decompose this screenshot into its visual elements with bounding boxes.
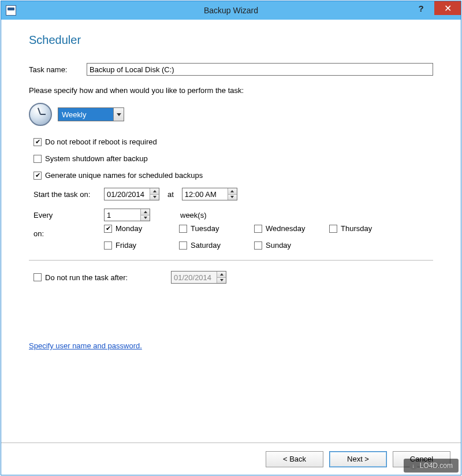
day-tue-label: Tuesday [191,224,219,233]
day-tue-checkbox[interactable] [179,225,187,233]
frequency-combo[interactable]: Weekly [58,107,124,121]
on-label: on: [33,229,104,238]
chevron-down-icon[interactable] [113,108,124,121]
day-thu-label: Thursday [341,224,372,233]
page-heading: Scheduler [29,34,433,47]
day-sun-checkbox[interactable] [254,241,262,250]
credentials-link[interactable]: Specify user name and password. [29,341,142,350]
start-time-input[interactable]: 12:00 AM [182,188,237,200]
every-label: Every [33,211,104,220]
spinner-down-icon[interactable] [228,195,237,200]
spinner-up-icon[interactable] [228,188,237,195]
at-label: at [167,190,174,199]
clock-icon [29,103,52,126]
expire-label: Do not run the task after: [45,273,167,282]
watermark: ↓ LO4D.com [404,459,459,473]
day-fri-checkbox[interactable] [104,241,112,250]
day-wed-checkbox[interactable] [254,225,262,233]
frequency-value: Weekly [58,108,113,121]
back-button[interactable]: < Back [266,451,323,467]
expire-date-input[interactable]: 01/20/2014 [171,271,226,284]
unique-names-label: Generate unique names for scheduled back… [45,171,203,180]
expire-checkbox[interactable] [33,273,42,281]
content-area: Scheduler Task name: Please specify how … [1,20,461,442]
day-sat-label: Saturday [191,241,221,250]
day-sat-checkbox[interactable] [179,241,187,250]
shutdown-label: System shutdown after backup [45,154,148,163]
start-date-label: Start the task on: [33,190,104,199]
day-wed-label: Wednesday [266,224,305,233]
divider [29,260,433,261]
spinner-up-icon[interactable] [150,188,159,195]
weeks-label: week(s) [180,211,207,220]
spinner-up-icon[interactable] [217,272,226,278]
app-icon [6,5,16,16]
day-fri-label: Friday [116,241,136,250]
no-reboot-checkbox[interactable] [33,138,42,146]
titlebar: Backup Wizard ? ✕ [1,1,461,20]
spinner-up-icon[interactable] [141,209,150,215]
spinner-down-icon[interactable] [141,215,150,221]
footer: < Back Next > Cancel [1,442,461,475]
every-weeks-input[interactable]: 1 [104,209,150,221]
task-name-label: Task name: [29,65,87,74]
window-title: Backup Wizard [1,6,461,15]
wizard-window: Backup Wizard ? ✕ Scheduler Task name: P… [1,1,461,475]
day-mon-label: Monday [116,224,142,233]
day-mon-checkbox[interactable] [104,225,112,233]
download-icon: ↓ [409,462,418,470]
day-sun-label: Sunday [266,241,291,250]
start-date-input[interactable]: 01/20/2014 [104,188,159,200]
close-button[interactable]: ✕ [434,1,461,15]
task-name-input[interactable] [87,63,433,76]
next-button[interactable]: Next > [329,451,387,467]
spinner-down-icon[interactable] [150,195,159,200]
instruction-text: Please specify how and when would you li… [29,86,433,95]
spinner-down-icon[interactable] [217,278,226,284]
day-thu-checkbox[interactable] [329,225,337,233]
unique-names-checkbox[interactable] [33,172,42,180]
no-reboot-label: Do not reboot if reboot is required [45,137,157,146]
help-button[interactable]: ? [408,1,434,15]
shutdown-checkbox[interactable] [33,155,42,163]
